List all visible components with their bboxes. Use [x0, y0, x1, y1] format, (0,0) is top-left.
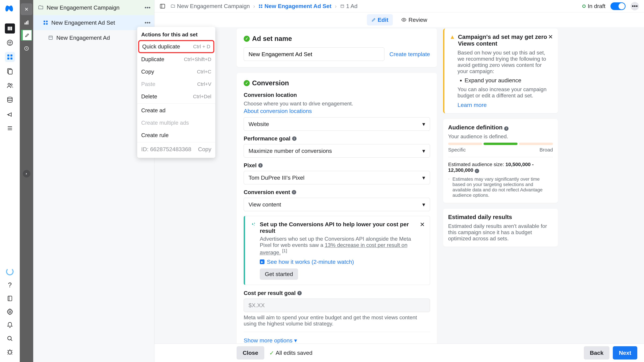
account-switcher[interactable]: [5, 23, 15, 33]
chevron-down-icon: ▾: [422, 147, 425, 154]
cost-goal-input[interactable]: $X.XX: [244, 299, 430, 312]
nav-reporting-icon[interactable]: [5, 66, 15, 76]
audience-bar: [448, 143, 553, 145]
chart-tool-icon[interactable]: [21, 17, 32, 28]
svg-rect-1: [9, 27, 10, 30]
panel-toggle-icon[interactable]: [160, 3, 166, 9]
chevron-down-icon: ▾: [422, 174, 425, 181]
menu-copy[interactable]: CopyCtrl+C: [137, 65, 215, 78]
menu-duplicate[interactable]: DuplicateCtrl+Shift+D: [137, 53, 215, 65]
nav-adset-label: New Engagement Ad Set: [51, 19, 144, 26]
conversion-event-label: Conversion event: [244, 189, 290, 195]
info-icon[interactable]: i: [292, 136, 296, 141]
performance-goal-select[interactable]: Maximize number of conversions ▾: [244, 144, 430, 158]
active-toggle[interactable]: [610, 2, 626, 10]
all-edits-saved-indicator: ✓ All edits saved: [269, 350, 312, 356]
nav-campaign-row[interactable]: New Engagement Campaign •••: [33, 0, 154, 15]
nav-gauge-icon[interactable]: [5, 38, 15, 48]
conversion-location-value: Website: [248, 121, 269, 127]
nav-all-tools-icon[interactable]: [5, 123, 15, 133]
edit-tool-icon[interactable]: [22, 30, 32, 40]
adset-name-input[interactable]: [244, 47, 384, 61]
nav-library-icon[interactable]: [5, 293, 15, 303]
svg-rect-20: [26, 21, 27, 24]
close-button[interactable]: Close: [237, 346, 264, 360]
warning-bullet: Expand your audience: [464, 77, 553, 84]
crumb-ad-label: 1 Ad: [346, 3, 358, 9]
global-nav-rail: ?: [0, 0, 20, 362]
conversion-location-link[interactable]: About conversion locations: [244, 108, 430, 114]
close-icon[interactable]: ✕: [548, 33, 553, 47]
svg-rect-7: [10, 54, 12, 56]
campaign-structure-nav: New Engagement Campaign ••• New Engageme…: [33, 0, 154, 362]
svg-point-14: [8, 97, 12, 99]
close-icon[interactable]: ✕: [420, 221, 425, 228]
back-button[interactable]: Back: [584, 346, 610, 360]
pixel-value: Tom DuPree III's Pixel: [248, 174, 304, 181]
info-icon[interactable]: i: [504, 126, 508, 131]
edit-tab-label: Edit: [378, 16, 388, 23]
daily-body: Estimated daily results aren't available…: [448, 223, 553, 242]
nav-adset-row[interactable]: New Engagement Ad Set •••: [33, 15, 154, 30]
svg-rect-31: [259, 6, 260, 8]
crumb-campaign[interactable]: New Engagement Campaign: [170, 3, 250, 9]
menu-id-row: ID: 6628752483368 Copy: [137, 143, 215, 156]
svg-point-16: [9, 311, 11, 313]
show-more-options-link[interactable]: Show more options ▾: [244, 337, 430, 344]
warning-body2: You can also increase your campaign budg…: [458, 86, 553, 99]
bug-icon[interactable]: [5, 347, 15, 357]
notifications-icon[interactable]: [5, 320, 15, 330]
crumb-ad[interactable]: 1 Ad: [340, 3, 358, 9]
audience-defined-text: Your audience is defined.: [448, 133, 553, 140]
close-editor-icon[interactable]: [21, 3, 32, 15]
more-menu-icon[interactable]: •••: [630, 2, 639, 10]
context-menu-header: Actions for this ad set: [137, 29, 215, 40]
meta-logo[interactable]: [5, 3, 15, 13]
nav-billing-icon[interactable]: [5, 95, 15, 105]
search-icon[interactable]: [5, 334, 15, 344]
conversion-event-select[interactable]: View content ▾: [244, 198, 430, 211]
svg-point-3: [7, 40, 12, 45]
create-template-link[interactable]: Create template: [390, 51, 430, 57]
menu-delete[interactable]: DeleteCtrl+Del: [137, 90, 215, 103]
menu-create-rule[interactable]: Create rule: [137, 129, 215, 141]
conversion-location-select[interactable]: Website ▾: [244, 117, 430, 131]
api-watch-link[interactable]: See how it works (2-minute watch): [267, 259, 354, 265]
nav-advertise-icon[interactable]: [5, 109, 15, 119]
draft-status: In draft: [582, 3, 606, 9]
cost-goal-placeholder: $X.XX: [248, 302, 265, 309]
review-tab[interactable]: Review: [397, 14, 432, 25]
info-icon[interactable]: i: [475, 169, 479, 173]
edit-tab[interactable]: Edit: [367, 14, 393, 25]
conversion-location-label: Conversion location: [244, 92, 430, 98]
svg-rect-21: [28, 20, 28, 24]
svg-rect-29: [259, 4, 260, 6]
info-icon[interactable]: i: [297, 291, 302, 295]
pixel-select[interactable]: Tom DuPree III's Pixel ▾: [244, 171, 430, 184]
menu-create-ad[interactable]: Create ad: [137, 104, 215, 117]
svg-rect-9: [10, 57, 12, 59]
crumb-adset[interactable]: New Engagement Ad Set: [258, 3, 332, 9]
menu-quick-duplicate[interactable]: Quick duplicateCtrl + D: [138, 40, 214, 53]
menu-copy-id[interactable]: Copy: [198, 146, 211, 152]
chevron-down-icon: ▾: [422, 121, 425, 127]
info-icon[interactable]: i: [258, 163, 263, 168]
svg-rect-0: [8, 27, 9, 30]
info-icon[interactable]: i: [292, 190, 296, 194]
expand-rail-icon[interactable]: [23, 170, 30, 177]
nav-audiences-icon[interactable]: [5, 80, 15, 90]
menu-create-multiple-ads: Create multiple ads: [137, 117, 215, 129]
learn-more-link[interactable]: Learn more: [458, 102, 553, 108]
nav-campaigns-icon[interactable]: [5, 52, 15, 62]
history-tool-icon[interactable]: [21, 42, 32, 54]
cost-goal-label: Cost per result goal: [244, 290, 296, 296]
help-icon[interactable]: ?: [5, 280, 15, 290]
campaign-more-icon[interactable]: •••: [144, 4, 151, 11]
next-button[interactable]: Next: [613, 346, 637, 360]
check-icon: ✓: [244, 80, 250, 86]
nav-ad-row[interactable]: New Engagement Ad: [33, 30, 154, 45]
api-get-started-button[interactable]: Get started: [260, 269, 298, 280]
adset-more-icon[interactable]: •••: [144, 19, 151, 26]
settings-icon[interactable]: [5, 307, 15, 317]
crumb-adset-label: New Engagement Ad Set: [264, 3, 332, 9]
